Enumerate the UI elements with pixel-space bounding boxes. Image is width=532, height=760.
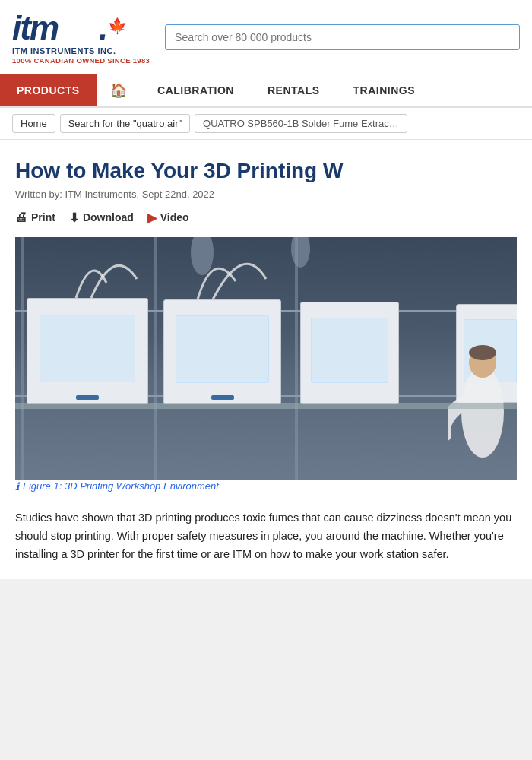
home-icon: 🏠 bbox=[110, 82, 128, 99]
breadcrumb-home[interactable]: Home bbox=[12, 114, 55, 133]
nav-item-calibration[interactable]: CALIBRATION bbox=[141, 74, 251, 106]
header: itm . 🍁 ITM INSTRUMENTS INC. 100% CANADI… bbox=[0, 0, 532, 74]
breadcrumb: Home Search for the "quatro air" QUATRO … bbox=[0, 108, 532, 140]
logo: itm . 🍁 ITM INSTRUMENTS INC. 100% CANADI… bbox=[12, 9, 150, 65]
company-name: ITM INSTRUMENTS INC. bbox=[12, 46, 150, 56]
nav-item-products[interactable]: PRODUCTS bbox=[0, 74, 97, 106]
breadcrumb-search[interactable]: Search for the "quatro air" bbox=[60, 114, 190, 133]
print-button[interactable]: 🖨 Print bbox=[15, 211, 55, 224]
download-icon: ⬇ bbox=[69, 211, 79, 225]
logo-svg: itm . bbox=[12, 9, 111, 44]
svg-text:itm: itm bbox=[12, 9, 59, 44]
print-label: Print bbox=[31, 211, 55, 223]
nav-bar: PRODUCTS 🏠 CALIBRATION RENTALS TRAININGS bbox=[0, 74, 532, 108]
figure-image bbox=[15, 237, 517, 480]
download-label: Download bbox=[83, 211, 134, 223]
main-content: How to Make Your 3D Printing W Written b… bbox=[0, 140, 532, 578]
caption-text: Figure 1: 3D Printing Workshop Environme… bbox=[23, 480, 219, 492]
nav-item-rentals[interactable]: RENTALS bbox=[251, 74, 337, 106]
search-input[interactable] bbox=[165, 24, 520, 50]
nav-item-trainings[interactable]: TRAININGS bbox=[337, 74, 432, 106]
figure-caption: ℹ Figure 1: 3D Printing Workshop Environ… bbox=[15, 480, 517, 492]
svg-text:.: . bbox=[99, 9, 106, 44]
caption-icon: ℹ bbox=[15, 480, 19, 492]
video-label: Video bbox=[160, 211, 189, 223]
article-body: Studies have shown that 3D printing prod… bbox=[15, 509, 517, 564]
figure-container: ℹ Figure 1: 3D Printing Workshop Environ… bbox=[15, 237, 517, 503]
print-icon: 🖨 bbox=[15, 211, 27, 224]
video-button[interactable]: ▶ Video bbox=[147, 211, 189, 225]
shelf-svg bbox=[15, 237, 517, 480]
action-bar: 🖨 Print ⬇ Download ▶ Video bbox=[15, 211, 517, 225]
video-icon: ▶ bbox=[147, 211, 157, 225]
download-button[interactable]: ⬇ Download bbox=[69, 211, 134, 225]
breadcrumb-product[interactable]: QUATRO SPB560-1B Solder Fume Extractor, … bbox=[195, 114, 407, 133]
maple-leaf-icon: 🍁 bbox=[108, 17, 127, 35]
logo-brand: itm . bbox=[12, 9, 111, 44]
nav-item-home[interactable]: 🏠 bbox=[97, 74, 141, 106]
company-tagline: 100% CANADIAN OWNED SINCE 1983 bbox=[12, 56, 150, 65]
article-title: How to Make Your 3D Printing W bbox=[15, 158, 517, 184]
article-meta: Written by: ITM Instruments, Sept 22nd, … bbox=[15, 188, 517, 200]
svg-rect-8 bbox=[15, 403, 517, 409]
